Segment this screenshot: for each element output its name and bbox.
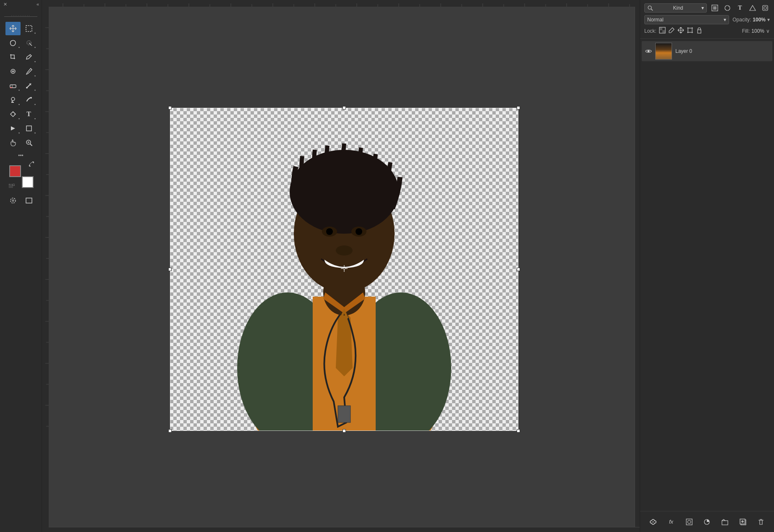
lock-section: Lock:	[644, 27, 703, 35]
lock-move-icon[interactable]	[677, 27, 684, 35]
zoom-tool[interactable]	[21, 136, 37, 149]
screen-mode-tool[interactable]	[21, 194, 37, 207]
swap-colors-icon[interactable]	[29, 161, 34, 167]
filter-shape-icon[interactable]	[748, 3, 757, 13]
filter-type-icon[interactable]: T	[735, 3, 745, 13]
panel-bottom-toolbar: fx	[640, 511, 774, 532]
crop-tool[interactable]	[5, 50, 21, 64]
smudge-tool[interactable]: ▾	[21, 93, 37, 107]
opacity-label: Opacity:	[732, 17, 751, 23]
lock-paint-icon[interactable]	[668, 27, 675, 35]
fill-label: Fill:	[742, 28, 750, 34]
more-tools[interactable]: •••	[14, 151, 28, 160]
svg-point-4	[26, 87, 28, 89]
layer-fx-button[interactable]: fx	[665, 516, 677, 528]
blend-mode-value: Normal	[647, 17, 664, 23]
link-layers-button[interactable]	[647, 516, 659, 528]
toolbar-collapse[interactable]: «	[37, 2, 39, 7]
toolbar-close[interactable]: ✕	[3, 2, 7, 7]
svg-point-6	[30, 97, 32, 99]
spot-heal-tool[interactable]	[5, 65, 21, 78]
vertical-scrollbar[interactable]	[635, 7, 640, 527]
filter-pixel-icon[interactable]	[710, 3, 719, 13]
layer-item[interactable]: Layer 0	[642, 41, 772, 61]
blend-mode-select[interactable]: Normal ▾	[644, 15, 729, 24]
new-layer-button[interactable]	[737, 516, 749, 528]
bottom-mode-tools	[3, 192, 39, 209]
svg-rect-87	[698, 30, 701, 33]
canvas-container[interactable]	[49, 7, 640, 532]
gradient-tool[interactable]: ▾	[21, 79, 37, 92]
layer-visibility-toggle[interactable]	[645, 48, 652, 55]
filter-smart-icon[interactable]	[761, 3, 770, 13]
svg-rect-0	[26, 26, 32, 31]
kind-select[interactable]: Kind ▾	[644, 3, 707, 13]
marquee-tool[interactable]: ▾	[21, 22, 37, 35]
lock-checkerboard-icon[interactable]	[659, 27, 666, 35]
lock-all-icon[interactable]	[696, 27, 703, 35]
search-icon	[647, 5, 653, 11]
reset-colors-icon[interactable]: ⬛□	[8, 184, 15, 188]
canvas-workspace	[170, 108, 518, 431]
transform-handle-bottom-left[interactable]	[168, 429, 172, 433]
magic-wand-tool[interactable]: ▾	[21, 36, 37, 50]
svg-line-77	[651, 9, 653, 10]
delete-layer-button[interactable]	[755, 516, 767, 528]
svg-point-88	[648, 50, 650, 52]
opacity-chevron[interactable]: ▾	[767, 17, 770, 23]
layer-name: Layer 0	[675, 48, 769, 54]
svg-point-90	[688, 520, 691, 524]
transform-handle-bottom-right[interactable]	[517, 429, 520, 433]
eraser-tool[interactable]: ▾	[5, 79, 21, 92]
transform-handle-middle-right[interactable]	[517, 268, 520, 271]
opacity-value[interactable]: 100%	[753, 17, 766, 23]
foreground-color-swatch[interactable]	[9, 165, 21, 177]
quick-mask-tool[interactable]	[5, 194, 21, 207]
transform-handle-top-center[interactable]	[343, 106, 346, 110]
svg-rect-11	[26, 198, 32, 203]
text-tool[interactable]: T ▾	[21, 107, 37, 121]
canvas-area	[42, 0, 640, 532]
fill-value[interactable]: 100%	[751, 28, 764, 34]
svg-rect-79	[713, 6, 716, 10]
dodge-tool[interactable]: ▾	[5, 93, 21, 107]
filter-adj-icon[interactable]	[723, 3, 732, 13]
svg-point-76	[648, 6, 651, 9]
layers-list: Layer 0	[640, 39, 774, 511]
lock-artboard-icon[interactable]	[687, 27, 693, 35]
svg-rect-3	[10, 85, 16, 88]
kind-label: Kind	[673, 5, 683, 11]
transform-handle-top-right[interactable]	[517, 106, 520, 110]
transform-handle-bottom-center[interactable]	[343, 429, 346, 433]
shapes-tool[interactable]: ▾	[21, 122, 37, 135]
path-selection-tool[interactable]: ▾	[5, 122, 21, 135]
transform-handle-middle-left[interactable]	[168, 268, 172, 271]
pen-tool[interactable]: ▾	[5, 107, 21, 121]
background-color-swatch[interactable]	[22, 176, 34, 188]
svg-rect-41	[42, 7, 49, 532]
layer-content	[170, 108, 518, 431]
ruler-top	[42, 0, 640, 7]
lasso-tool[interactable]: ▾	[5, 36, 21, 50]
move-tool[interactable]	[5, 22, 21, 35]
brush-tool[interactable]: ▾	[21, 65, 37, 78]
layer-thumbnail	[655, 43, 672, 60]
lock-fill-row: Lock:	[644, 27, 770, 35]
horizontal-scrollbar[interactable]	[49, 527, 640, 532]
left-toolbar: ✕ « ........... ▾	[0, 0, 42, 532]
svg-rect-82	[764, 7, 766, 9]
layer-adjustment-button[interactable]	[701, 516, 713, 528]
kind-chevron: ▾	[701, 5, 704, 11]
fill-chevron[interactable]: ∨	[766, 28, 770, 34]
opacity-row: Opacity: 100% ▾	[732, 17, 770, 23]
new-group-button[interactable]	[719, 516, 731, 528]
blend-opacity-row: Normal ▾ Opacity: 100% ▾	[644, 15, 770, 24]
layer-mask-button[interactable]	[683, 516, 695, 528]
transform-handle-top-left[interactable]	[168, 106, 172, 110]
svg-rect-66	[338, 406, 350, 422]
svg-rect-12	[42, 0, 640, 7]
hand-tool[interactable]	[5, 136, 21, 149]
svg-point-72	[326, 228, 333, 235]
svg-point-5	[11, 97, 15, 101]
eyedropper-tool[interactable]: ▾	[21, 50, 37, 64]
